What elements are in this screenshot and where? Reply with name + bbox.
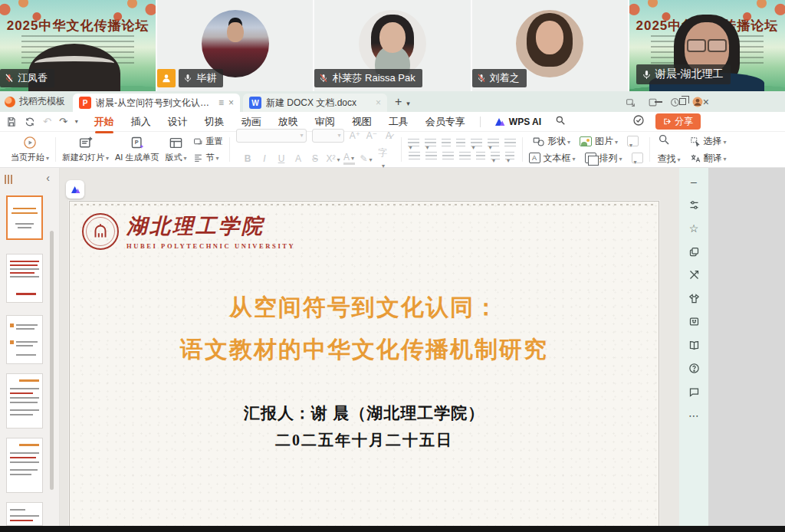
italic-button[interactable]: I xyxy=(259,153,271,164)
menu-tools[interactable]: 工具 xyxy=(380,111,417,133)
more-icon[interactable]: ⋯ xyxy=(688,409,701,422)
superscript-button[interactable]: X² xyxy=(327,153,338,164)
picture-button[interactable]: 图片 xyxy=(580,135,618,148)
slide-title[interactable]: 从空间符号到文化认同： 语文教材的中华文化传播机制研究 xyxy=(70,292,659,366)
wps-ai-floating-button[interactable] xyxy=(66,180,84,199)
ai-generate-page-button[interactable]: P AI 生成单页 xyxy=(115,136,159,163)
wps-ai-button[interactable]: WPS AI xyxy=(487,117,549,127)
slide-thumbnail-2[interactable] xyxy=(6,254,43,303)
section-button[interactable]: 节 xyxy=(193,152,223,163)
bullets-button[interactable] xyxy=(408,139,419,148)
menu-home[interactable]: 开始 xyxy=(86,111,123,133)
participant-tile[interactable]: 毕耕 xyxy=(157,0,313,91)
search-icon[interactable] xyxy=(555,115,566,129)
increase-indent-icon[interactable] xyxy=(456,139,465,148)
undo-icon[interactable]: ↶ xyxy=(43,116,51,127)
university-logo[interactable]: 湖北理工学院 HUBEI POLYTECHNIC UNIVERSITY xyxy=(82,212,295,250)
participant-tile[interactable]: 朴莱莎 Raissa Pak xyxy=(314,0,470,91)
help-icon[interactable] xyxy=(688,362,701,375)
menu-design[interactable]: 设计 xyxy=(159,111,196,133)
font-color-button[interactable]: A xyxy=(343,152,355,165)
chevron-down-icon[interactable]: ▾ xyxy=(75,118,78,125)
menu-member[interactable]: 会员专享 xyxy=(417,111,474,133)
tab-document[interactable]: W 新建 DOCX 文档.docx × xyxy=(243,94,387,112)
highlight-color-button[interactable]: ✎ xyxy=(360,153,372,164)
slide-presenter[interactable]: 汇报人：谢 晨（湖北理工学院） xyxy=(70,402,659,424)
translate-button[interactable]: 翻译 xyxy=(690,152,727,165)
shapes-button[interactable]: 形状 xyxy=(533,135,570,148)
participant-tile-active-speaker[interactable]: 2025中华文化传播论坛 谢晨-湖北理工 xyxy=(629,0,785,91)
docer-templates-button[interactable]: 找稻壳模板 xyxy=(0,95,73,112)
align-left-icon[interactable] xyxy=(409,152,420,161)
decrease-indent-icon[interactable] xyxy=(442,139,451,148)
sticker-icon[interactable] xyxy=(688,315,701,328)
minimize-icon[interactable] xyxy=(655,101,662,103)
justify-icon[interactable] xyxy=(459,152,471,161)
panel-scrollbar[interactable] xyxy=(50,231,54,490)
panel-tab-partial xyxy=(5,175,13,184)
slide-thumbnail-3[interactable] xyxy=(6,315,43,364)
menu-transition[interactable]: 切换 xyxy=(196,111,233,133)
collapse-panel-chevron-icon[interactable]: ‹ xyxy=(46,172,50,184)
book-icon[interactable] xyxy=(688,339,701,352)
tab-presentation[interactable]: P 谢晨-从空间符号到文化认同： ≡ × xyxy=(73,94,240,112)
template-icon[interactable] xyxy=(688,292,701,305)
redo-icon[interactable]: ↷ xyxy=(59,116,67,127)
distribute-icon[interactable] xyxy=(491,152,500,161)
collapse-icon[interactable]: – xyxy=(688,175,701,188)
new-slide-button[interactable]: 新建幻灯片 xyxy=(62,136,109,163)
slide-thumbnail-1-selected[interactable] xyxy=(6,195,43,240)
font-size-select[interactable] xyxy=(312,129,344,143)
paragraph-more-icon[interactable] xyxy=(505,152,514,161)
underline-button[interactable]: U xyxy=(276,153,287,164)
text-effects-button[interactable]: 字 xyxy=(377,146,389,170)
text-direction-button[interactable] xyxy=(488,139,499,148)
search-icon[interactable] xyxy=(658,133,681,149)
hamburger-icon[interactable]: ≡ xyxy=(218,97,224,108)
objects-icon[interactable] xyxy=(688,245,701,258)
participant-tile[interactable]: 刘着之 xyxy=(472,0,628,91)
convert-smartart-icon[interactable] xyxy=(504,139,516,148)
share-button[interactable]: 分享 xyxy=(655,113,701,130)
sync-icon[interactable] xyxy=(25,117,35,127)
participant-tile[interactable]: 2025中华文化传播论坛 江凤香 xyxy=(0,0,156,91)
star-icon[interactable]: ☆ xyxy=(688,222,701,235)
find-button[interactable]: 查找 xyxy=(658,153,681,166)
slide-thumbnail-5[interactable] xyxy=(6,438,43,493)
chart-button-disabled[interactable] xyxy=(627,136,639,146)
start-from-current-button[interactable]: 当页开始 xyxy=(11,136,49,163)
layout-button[interactable]: 版式 xyxy=(165,136,186,163)
table-button-disabled[interactable] xyxy=(632,153,643,163)
slide-thumbnail-4[interactable] xyxy=(6,373,43,429)
slide-page[interactable]: 湖北理工学院 HUBEI POLYTECHNIC UNIVERSITY 从空间符… xyxy=(69,201,659,532)
align-right-icon[interactable] xyxy=(442,152,454,161)
char-spacing-button[interactable]: A xyxy=(293,153,304,164)
properties-icon[interactable] xyxy=(688,199,701,212)
align-center-icon[interactable] xyxy=(425,152,437,161)
line-spacing-button[interactable] xyxy=(471,139,482,148)
textbox-button[interactable]: 文本框 xyxy=(529,152,576,165)
reset-button[interactable]: 重置 xyxy=(193,136,223,147)
slide-date[interactable]: 二0二五年十月二十五日 xyxy=(70,430,659,451)
cloud-check-icon[interactable] xyxy=(632,114,645,130)
new-tab-button[interactable]: + xyxy=(387,95,406,112)
close-icon[interactable]: × xyxy=(703,97,709,107)
restore-icon[interactable] xyxy=(679,98,686,105)
menu-insert[interactable]: 插入 xyxy=(123,111,159,133)
close-tab-icon[interactable]: × xyxy=(228,97,234,108)
numbering-button[interactable] xyxy=(425,139,436,148)
columns-icon[interactable] xyxy=(476,152,485,161)
slide-canvas[interactable]: 湖北理工学院 HUBEI POLYTECHNIC UNIVERSITY 从空间符… xyxy=(60,168,679,532)
arrange-button[interactable]: 排列 xyxy=(585,152,622,165)
select-button[interactable]: 选择 xyxy=(690,135,727,148)
menu-view[interactable]: 视图 xyxy=(343,111,380,133)
font-family-select[interactable] xyxy=(236,129,307,143)
comment-icon[interactable] xyxy=(688,386,701,399)
close-tab-icon[interactable]: × xyxy=(376,97,381,108)
bold-button[interactable]: B xyxy=(242,153,254,164)
save-icon[interactable] xyxy=(6,117,17,127)
slide-thumbnail-6[interactable] xyxy=(6,502,43,526)
tools-icon[interactable] xyxy=(688,268,701,281)
strikethrough-button[interactable]: S xyxy=(310,153,321,164)
capture-icon[interactable] xyxy=(626,97,636,107)
